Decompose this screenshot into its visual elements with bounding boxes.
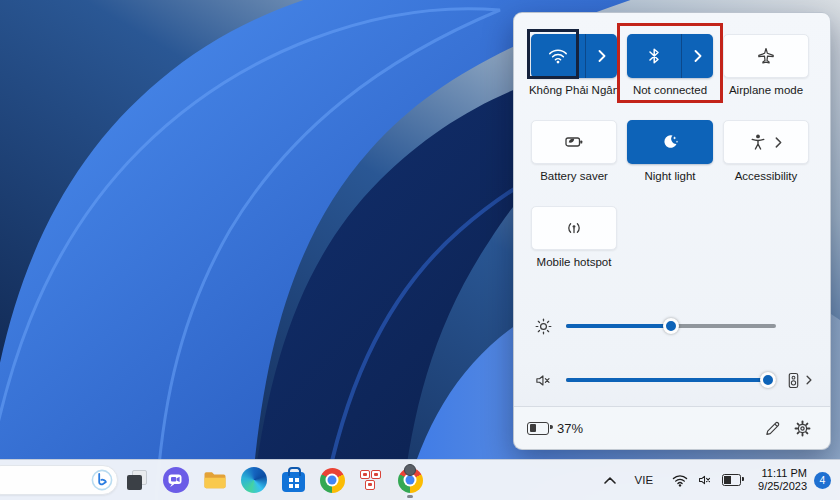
profile-badge-icon — [404, 464, 416, 476]
mobile-hotspot-icon — [565, 219, 583, 237]
mobile-hotspot-tile-label: Mobile hotspot — [537, 256, 612, 268]
desktop: Không Phải Ngân Not connected Airplane m… — [0, 0, 840, 500]
brightness-slider-knob[interactable] — [663, 318, 679, 334]
volume-row — [531, 370, 823, 390]
taskbar-search-box[interactable] — [0, 465, 118, 495]
video-chat-icon — [163, 467, 189, 493]
tray-wifi-icon — [672, 474, 688, 487]
chrome-icon — [320, 468, 345, 493]
night-light-icon — [661, 133, 679, 151]
speaker-device-icon — [786, 372, 801, 389]
airplane-icon — [757, 47, 775, 65]
brightness-slider-fill — [566, 324, 671, 328]
volume-slider-knob[interactable] — [760, 372, 776, 388]
battery-percent-label: 37% — [557, 421, 583, 436]
chevron-right-icon — [775, 137, 782, 148]
taskbar-app-task-view[interactable] — [124, 467, 150, 493]
brightness-row — [531, 316, 823, 336]
taskbar: VIE 11:11 PM 9/25/2023 4 — [0, 459, 840, 500]
volume-muted-icon[interactable] — [533, 370, 553, 390]
show-hidden-icons-button[interactable] — [599, 466, 621, 494]
bluetooth-annotation-box — [617, 23, 723, 103]
chevron-right-icon — [806, 375, 812, 385]
night-light-tile[interactable] — [627, 120, 713, 164]
accessibility-icon — [750, 133, 766, 151]
battery-saver-tile[interactable] — [531, 120, 617, 164]
taskbar-app-microsoft-store[interactable] — [280, 467, 306, 493]
airplane-mode-tile[interactable] — [723, 34, 809, 78]
edge-icon — [241, 467, 267, 493]
settings-button[interactable] — [787, 413, 817, 443]
wifi-tile-label: Không Phải Ngân — [529, 84, 619, 96]
clock-time: 11:11 PM — [758, 467, 807, 480]
tray-volume-muted-icon — [697, 473, 713, 487]
pencil-icon — [764, 420, 781, 437]
taskbar-clock[interactable]: 11:11 PM 9/25/2023 — [758, 467, 807, 493]
battery-icon — [527, 422, 549, 435]
running-indicator — [407, 495, 413, 498]
brightness-slider[interactable] — [566, 324, 776, 328]
accessibility-tile-label: Accessibility — [735, 170, 798, 182]
night-light-tile-label: Night light — [644, 170, 695, 182]
task-view-icon — [125, 468, 149, 492]
airplane-mode-tile-label: Airplane mode — [729, 84, 803, 96]
taskbar-app-keyboard-tool[interactable] — [358, 467, 384, 493]
system-tray-cluster[interactable] — [666, 469, 747, 491]
quick-settings-footer: 37% — [514, 406, 830, 449]
taskbar-app-chrome-profile[interactable] — [397, 467, 423, 493]
keyboard-tool-icon — [359, 468, 383, 492]
taskbar-app-chrome[interactable] — [319, 467, 345, 493]
chevron-up-icon — [604, 477, 616, 484]
notification-badge[interactable]: 4 — [814, 472, 831, 489]
microsoft-store-icon — [282, 472, 305, 492]
wifi-annotation-box — [527, 29, 579, 79]
gear-icon — [794, 420, 811, 437]
language-indicator[interactable]: VIE — [635, 474, 654, 486]
mobile-hotspot-tile[interactable] — [531, 206, 617, 250]
taskbar-app-file-explorer[interactable] — [202, 467, 228, 493]
taskbar-app-video-chat[interactable] — [163, 467, 189, 493]
bing-search-icon — [91, 469, 113, 491]
edit-quick-settings-button[interactable] — [757, 413, 787, 443]
tray-battery-icon — [722, 474, 741, 486]
battery-saver-icon — [564, 133, 584, 151]
audio-output-selector[interactable] — [786, 372, 812, 389]
volume-slider[interactable] — [566, 378, 776, 382]
wifi-expand-chevron[interactable] — [585, 34, 617, 78]
clock-date: 9/25/2023 — [758, 480, 807, 493]
taskbar-app-edge[interactable] — [241, 467, 267, 493]
brightness-icon — [533, 316, 553, 336]
battery-saver-tile-label: Battery saver — [540, 170, 608, 182]
chevron-right-icon — [598, 50, 606, 62]
volume-slider-fill — [566, 378, 768, 382]
folder-icon — [202, 467, 228, 493]
accessibility-tile[interactable] — [723, 120, 809, 164]
battery-status[interactable]: 37% — [527, 421, 583, 436]
